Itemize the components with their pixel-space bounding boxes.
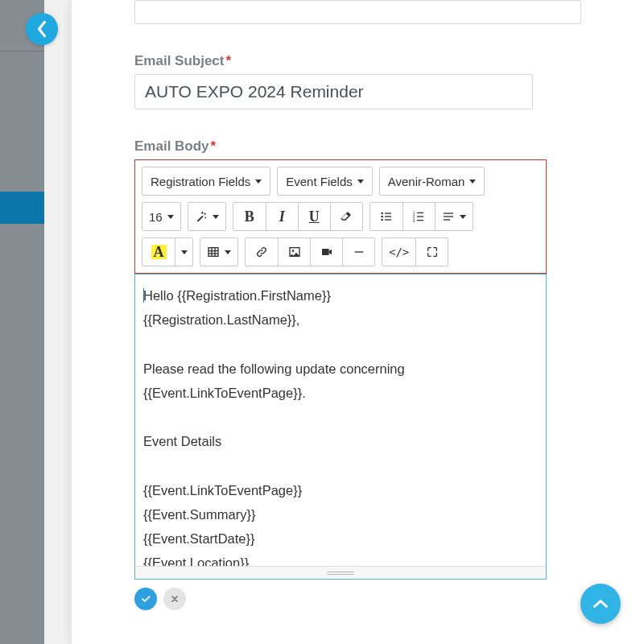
editor-text-area[interactable]: Hello {{Registration.FirstName}}{{Regist… [135,274,546,579]
svg-rect-7 [417,213,423,213]
close-icon [170,594,180,604]
ordered-list-icon: 123 [412,210,425,223]
registration-fields-dropdown[interactable]: Registration Fields [142,167,270,195]
sidebar-separator [0,51,44,52]
underline-icon: U [309,208,320,225]
text-highlight-button[interactable]: A [142,238,175,266]
bold-icon: B [245,208,254,225]
image-button[interactable] [278,238,310,266]
ordered-list-button[interactable]: 123 [402,203,435,230]
font-size-dropdown[interactable]: 16 [142,203,180,230]
svg-point-2 [381,216,383,218]
scroll-to-top-button[interactable] [580,584,621,624]
image-icon [288,246,301,258]
svg-rect-22 [322,249,329,255]
svg-rect-15 [208,248,218,257]
email-body-label: Email Body* [134,138,581,155]
italic-button[interactable]: I [266,203,298,230]
editor-resize-handle[interactable] [135,566,546,579]
table-dropdown[interactable] [200,238,237,266]
svg-rect-1 [385,213,391,213]
svg-rect-13 [444,216,453,217]
email-body-editor[interactable]: Hello {{Registration.FirstName}}{{Regist… [134,274,547,580]
cancel-button[interactable] [163,588,186,610]
svg-rect-9 [417,216,423,217]
check-icon [140,593,151,605]
underline-button[interactable]: U [298,203,330,230]
event-fields-dropdown[interactable]: Event Fields [278,167,372,195]
sidebar-active-item[interactable] [0,192,44,224]
svg-rect-3 [385,216,391,217]
font-family-dropdown[interactable]: Avenir-Roman [380,167,485,195]
video-icon [320,246,333,258]
svg-point-0 [381,213,383,215]
previous-field[interactable] [134,0,581,24]
code-icon: </> [389,246,409,258]
highlight-icon: A [151,245,167,259]
link-icon [255,246,268,258]
code-view-button[interactable]: </> [382,238,415,266]
editor-toolbar: Registration Fields Event Fields Avenir-… [134,159,547,274]
magic-wand-button[interactable] [188,203,225,230]
link-button[interactable] [246,238,278,266]
email-subject-input[interactable] [134,74,533,109]
svg-rect-11 [417,220,423,221]
horizontal-rule-button[interactable] [342,238,374,266]
svg-rect-5 [385,219,391,220]
editor-panel: Email Subject* Email Body* Registration … [72,0,644,644]
unordered-list-icon [380,210,393,223]
chevron-left-icon [36,20,47,38]
svg-text:3: 3 [413,219,415,223]
minus-icon [353,246,365,258]
magic-wand-icon [195,210,208,223]
fullscreen-icon [426,246,439,258]
italic-icon: I [279,208,285,225]
paragraph-dropdown[interactable] [435,203,473,230]
back-button[interactable] [26,13,58,45]
sidebar [0,0,44,644]
paragraph-icon [442,210,455,223]
table-icon [207,246,220,258]
svg-rect-14 [444,219,450,220]
email-subject-label: Email Subject* [134,53,581,69]
chevron-up-icon [592,598,609,609]
confirm-button[interactable] [134,588,157,610]
svg-rect-12 [444,213,453,213]
eraser-icon [340,210,353,223]
grip-icon [327,572,354,575]
svg-point-4 [381,219,383,221]
bold-button[interactable]: B [233,203,266,230]
unordered-list-button[interactable] [370,203,402,230]
svg-point-21 [291,250,294,252]
clear-format-button[interactable] [330,203,362,230]
text-color-dropdown[interactable] [175,238,192,266]
fullscreen-button[interactable] [415,238,448,266]
svg-rect-23 [354,251,363,252]
video-button[interactable] [310,238,342,266]
